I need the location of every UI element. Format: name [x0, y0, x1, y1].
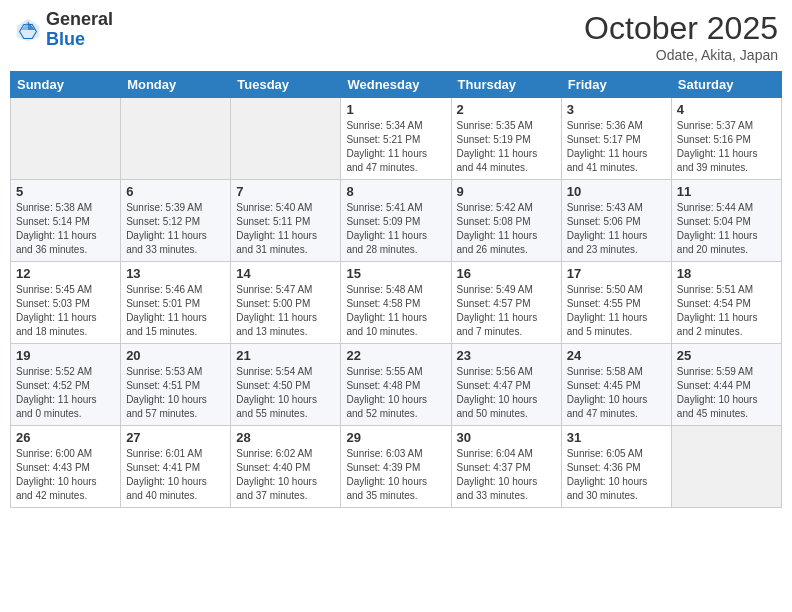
day-info: Sunrise: 5:34 AM Sunset: 5:21 PM Dayligh… — [346, 119, 445, 175]
calendar-cell: 16Sunrise: 5:49 AM Sunset: 4:57 PM Dayli… — [451, 262, 561, 344]
calendar-cell — [671, 426, 781, 508]
day-number: 11 — [677, 184, 776, 199]
day-info: Sunrise: 5:36 AM Sunset: 5:17 PM Dayligh… — [567, 119, 666, 175]
calendar-week-row: 26Sunrise: 6:00 AM Sunset: 4:43 PM Dayli… — [11, 426, 782, 508]
day-info: Sunrise: 6:00 AM Sunset: 4:43 PM Dayligh… — [16, 447, 115, 503]
day-number: 15 — [346, 266, 445, 281]
calendar-cell: 23Sunrise: 5:56 AM Sunset: 4:47 PM Dayli… — [451, 344, 561, 426]
day-info: Sunrise: 5:35 AM Sunset: 5:19 PM Dayligh… — [457, 119, 556, 175]
logo-text: General Blue — [46, 10, 113, 50]
calendar-cell: 29Sunrise: 6:03 AM Sunset: 4:39 PM Dayli… — [341, 426, 451, 508]
weekday-header-row: SundayMondayTuesdayWednesdayThursdayFrid… — [11, 72, 782, 98]
day-number: 14 — [236, 266, 335, 281]
day-number: 19 — [16, 348, 115, 363]
day-info: Sunrise: 5:42 AM Sunset: 5:08 PM Dayligh… — [457, 201, 556, 257]
day-number: 28 — [236, 430, 335, 445]
day-number: 4 — [677, 102, 776, 117]
page-header: General Blue October 2025 Odate, Akita, … — [10, 10, 782, 63]
day-number: 16 — [457, 266, 556, 281]
calendar-cell: 7Sunrise: 5:40 AM Sunset: 5:11 PM Daylig… — [231, 180, 341, 262]
calendar-cell: 3Sunrise: 5:36 AM Sunset: 5:17 PM Daylig… — [561, 98, 671, 180]
day-number: 1 — [346, 102, 445, 117]
day-info: Sunrise: 5:52 AM Sunset: 4:52 PM Dayligh… — [16, 365, 115, 421]
day-info: Sunrise: 5:50 AM Sunset: 4:55 PM Dayligh… — [567, 283, 666, 339]
day-number: 7 — [236, 184, 335, 199]
day-info: Sunrise: 5:46 AM Sunset: 5:01 PM Dayligh… — [126, 283, 225, 339]
day-info: Sunrise: 5:39 AM Sunset: 5:12 PM Dayligh… — [126, 201, 225, 257]
day-info: Sunrise: 6:03 AM Sunset: 4:39 PM Dayligh… — [346, 447, 445, 503]
calendar-cell: 10Sunrise: 5:43 AM Sunset: 5:06 PM Dayli… — [561, 180, 671, 262]
calendar-week-row: 1Sunrise: 5:34 AM Sunset: 5:21 PM Daylig… — [11, 98, 782, 180]
day-number: 29 — [346, 430, 445, 445]
calendar-cell: 20Sunrise: 5:53 AM Sunset: 4:51 PM Dayli… — [121, 344, 231, 426]
calendar-cell: 25Sunrise: 5:59 AM Sunset: 4:44 PM Dayli… — [671, 344, 781, 426]
calendar-cell: 26Sunrise: 6:00 AM Sunset: 4:43 PM Dayli… — [11, 426, 121, 508]
day-number: 12 — [16, 266, 115, 281]
day-number: 23 — [457, 348, 556, 363]
calendar-cell: 6Sunrise: 5:39 AM Sunset: 5:12 PM Daylig… — [121, 180, 231, 262]
day-info: Sunrise: 5:51 AM Sunset: 4:54 PM Dayligh… — [677, 283, 776, 339]
day-info: Sunrise: 6:05 AM Sunset: 4:36 PM Dayligh… — [567, 447, 666, 503]
calendar-cell: 15Sunrise: 5:48 AM Sunset: 4:58 PM Dayli… — [341, 262, 451, 344]
calendar-table: SundayMondayTuesdayWednesdayThursdayFrid… — [10, 71, 782, 508]
calendar-cell: 13Sunrise: 5:46 AM Sunset: 5:01 PM Dayli… — [121, 262, 231, 344]
calendar-cell: 28Sunrise: 6:02 AM Sunset: 4:40 PM Dayli… — [231, 426, 341, 508]
calendar-cell: 17Sunrise: 5:50 AM Sunset: 4:55 PM Dayli… — [561, 262, 671, 344]
day-number: 27 — [126, 430, 225, 445]
weekday-header-monday: Monday — [121, 72, 231, 98]
day-number: 8 — [346, 184, 445, 199]
day-info: Sunrise: 5:49 AM Sunset: 4:57 PM Dayligh… — [457, 283, 556, 339]
day-info: Sunrise: 5:59 AM Sunset: 4:44 PM Dayligh… — [677, 365, 776, 421]
calendar-cell: 18Sunrise: 5:51 AM Sunset: 4:54 PM Dayli… — [671, 262, 781, 344]
day-number: 13 — [126, 266, 225, 281]
day-number: 24 — [567, 348, 666, 363]
calendar-cell: 11Sunrise: 5:44 AM Sunset: 5:04 PM Dayli… — [671, 180, 781, 262]
day-number: 2 — [457, 102, 556, 117]
day-info: Sunrise: 5:44 AM Sunset: 5:04 PM Dayligh… — [677, 201, 776, 257]
day-number: 3 — [567, 102, 666, 117]
day-number: 31 — [567, 430, 666, 445]
day-number: 18 — [677, 266, 776, 281]
day-number: 26 — [16, 430, 115, 445]
calendar-cell: 2Sunrise: 5:35 AM Sunset: 5:19 PM Daylig… — [451, 98, 561, 180]
logo: General Blue — [14, 10, 113, 50]
calendar-cell: 24Sunrise: 5:58 AM Sunset: 4:45 PM Dayli… — [561, 344, 671, 426]
day-info: Sunrise: 5:38 AM Sunset: 5:14 PM Dayligh… — [16, 201, 115, 257]
month-title: October 2025 — [584, 10, 778, 47]
calendar-cell: 8Sunrise: 5:41 AM Sunset: 5:09 PM Daylig… — [341, 180, 451, 262]
calendar-cell: 22Sunrise: 5:55 AM Sunset: 4:48 PM Dayli… — [341, 344, 451, 426]
day-number: 25 — [677, 348, 776, 363]
day-info: Sunrise: 5:56 AM Sunset: 4:47 PM Dayligh… — [457, 365, 556, 421]
day-info: Sunrise: 5:37 AM Sunset: 5:16 PM Dayligh… — [677, 119, 776, 175]
weekday-header-saturday: Saturday — [671, 72, 781, 98]
calendar-cell — [121, 98, 231, 180]
calendar-cell: 9Sunrise: 5:42 AM Sunset: 5:08 PM Daylig… — [451, 180, 561, 262]
day-info: Sunrise: 5:53 AM Sunset: 4:51 PM Dayligh… — [126, 365, 225, 421]
day-number: 30 — [457, 430, 556, 445]
calendar-week-row: 5Sunrise: 5:38 AM Sunset: 5:14 PM Daylig… — [11, 180, 782, 262]
logo-general: General — [46, 9, 113, 29]
calendar-cell: 1Sunrise: 5:34 AM Sunset: 5:21 PM Daylig… — [341, 98, 451, 180]
day-info: Sunrise: 5:58 AM Sunset: 4:45 PM Dayligh… — [567, 365, 666, 421]
day-info: Sunrise: 6:04 AM Sunset: 4:37 PM Dayligh… — [457, 447, 556, 503]
calendar-cell: 31Sunrise: 6:05 AM Sunset: 4:36 PM Dayli… — [561, 426, 671, 508]
day-number: 9 — [457, 184, 556, 199]
calendar-cell: 12Sunrise: 5:45 AM Sunset: 5:03 PM Dayli… — [11, 262, 121, 344]
weekday-header-sunday: Sunday — [11, 72, 121, 98]
day-number: 22 — [346, 348, 445, 363]
day-info: Sunrise: 6:02 AM Sunset: 4:40 PM Dayligh… — [236, 447, 335, 503]
calendar-cell: 4Sunrise: 5:37 AM Sunset: 5:16 PM Daylig… — [671, 98, 781, 180]
title-block: October 2025 Odate, Akita, Japan — [584, 10, 778, 63]
calendar-cell: 21Sunrise: 5:54 AM Sunset: 4:50 PM Dayli… — [231, 344, 341, 426]
weekday-header-wednesday: Wednesday — [341, 72, 451, 98]
calendar-cell: 27Sunrise: 6:01 AM Sunset: 4:41 PM Dayli… — [121, 426, 231, 508]
calendar-cell: 14Sunrise: 5:47 AM Sunset: 5:00 PM Dayli… — [231, 262, 341, 344]
day-number: 17 — [567, 266, 666, 281]
day-number: 20 — [126, 348, 225, 363]
day-info: Sunrise: 6:01 AM Sunset: 4:41 PM Dayligh… — [126, 447, 225, 503]
day-info: Sunrise: 5:41 AM Sunset: 5:09 PM Dayligh… — [346, 201, 445, 257]
day-info: Sunrise: 5:54 AM Sunset: 4:50 PM Dayligh… — [236, 365, 335, 421]
weekday-header-thursday: Thursday — [451, 72, 561, 98]
day-info: Sunrise: 5:43 AM Sunset: 5:06 PM Dayligh… — [567, 201, 666, 257]
day-info: Sunrise: 5:40 AM Sunset: 5:11 PM Dayligh… — [236, 201, 335, 257]
